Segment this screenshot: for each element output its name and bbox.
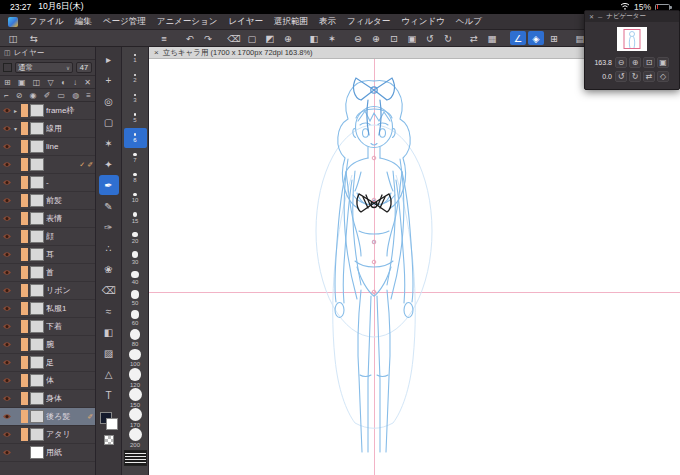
lock-icon[interactable]: ⊘ bbox=[16, 91, 23, 100]
menu-item-5[interactable]: レイヤー bbox=[228, 16, 263, 28]
brush-size-item[interactable]: 6 bbox=[124, 128, 147, 148]
layer-visibility-eye-icon[interactable] bbox=[2, 341, 12, 348]
brush-size-item[interactable]: 5 bbox=[124, 108, 147, 128]
layer-row[interactable]: 耳 bbox=[0, 246, 95, 264]
zoom-out-icon[interactable]: ⊖ bbox=[615, 57, 627, 68]
layer-label-color-swatch[interactable] bbox=[3, 63, 12, 72]
eraser-tool[interactable]: ⌫ bbox=[99, 280, 119, 300]
layer-visibility-eye-icon[interactable] bbox=[2, 251, 12, 258]
zoom-in-icon[interactable]: ⊕ bbox=[629, 57, 641, 68]
brush-size-item[interactable]: 10 bbox=[124, 188, 147, 208]
onion-skin-icon[interactable]: ◍ bbox=[72, 91, 79, 100]
wand-icon[interactable]: ✶ bbox=[324, 31, 340, 45]
collapse-palettes-icon[interactable]: ◫ bbox=[5, 31, 21, 45]
new-folder-icon[interactable]: ▣ bbox=[18, 78, 26, 87]
layer-row[interactable]: 下着 bbox=[0, 318, 95, 336]
folder-arrow-icon[interactable]: ▾ bbox=[14, 125, 19, 132]
redo-icon[interactable]: ↷ bbox=[200, 31, 216, 45]
brush-size-item[interactable]: 50 bbox=[124, 288, 147, 308]
zoom-out-icon[interactable]: ⊖ bbox=[350, 31, 366, 45]
hamburger-menu-icon[interactable]: ≡ bbox=[156, 31, 172, 45]
menu-item-7[interactable]: 表示 bbox=[319, 16, 336, 28]
blend-tool[interactable]: ≈ bbox=[99, 301, 119, 321]
ruler-icon[interactable]: ▭ bbox=[58, 91, 66, 100]
new-layer-icon[interactable]: ⊞ bbox=[4, 78, 11, 87]
layer-visibility-eye-icon[interactable] bbox=[2, 449, 12, 456]
folder-arrow-icon[interactable]: ▸ bbox=[14, 107, 19, 114]
layer-row[interactable]: ✓✐ bbox=[0, 156, 95, 174]
menu-item-10[interactable]: ヘルプ bbox=[456, 16, 482, 28]
decoration-tool[interactable]: ❀ bbox=[99, 259, 119, 279]
clear-icon[interactable]: ⌫ bbox=[226, 31, 242, 45]
brush-size-item[interactable]: 20 bbox=[124, 228, 147, 248]
airbrush-tool[interactable]: ∴ bbox=[99, 238, 119, 258]
layer-row[interactable]: 首 bbox=[0, 264, 95, 282]
layer-visibility-eye-icon[interactable] bbox=[2, 107, 12, 114]
canvas[interactable] bbox=[149, 59, 680, 475]
gradient-tool[interactable]: ▨ bbox=[99, 343, 119, 363]
brush-size-item[interactable]: 2 bbox=[124, 68, 147, 88]
figure-tool[interactable]: △ bbox=[99, 364, 119, 384]
fill-tool[interactable]: ◧ bbox=[99, 322, 119, 342]
layer-row[interactable]: - bbox=[0, 174, 95, 192]
selection-tool[interactable]: ▢ bbox=[99, 112, 119, 132]
brush-size-item[interactable]: 80 bbox=[124, 328, 147, 348]
menu-item-1[interactable]: ファイル bbox=[29, 16, 64, 28]
layer-visibility-eye-icon[interactable] bbox=[2, 413, 12, 420]
layer-row[interactable]: 前髪 bbox=[0, 192, 95, 210]
layer-row[interactable]: 足 bbox=[0, 354, 95, 372]
layer-row[interactable]: ▸frame枠 bbox=[0, 102, 95, 120]
close-tab-icon[interactable]: × bbox=[154, 48, 159, 58]
deselect-icon[interactable]: ▢ bbox=[244, 31, 260, 45]
rotate-ccw-icon[interactable]: ↺ bbox=[615, 71, 627, 82]
brush-tool[interactable]: ✑ bbox=[99, 217, 119, 237]
brush-size-item[interactable]: 200 bbox=[124, 428, 147, 448]
draft-icon[interactable]: ✐ bbox=[44, 91, 51, 100]
layer-visibility-eye-icon[interactable] bbox=[2, 179, 12, 186]
snap-grid-icon[interactable]: ⊞ bbox=[546, 31, 562, 45]
menu-item-3[interactable]: ページ管理 bbox=[103, 16, 146, 28]
layer-row[interactable]: 私服1 bbox=[0, 300, 95, 318]
pen-tool[interactable]: ✒ bbox=[99, 175, 119, 195]
clip-studio-logo-icon[interactable] bbox=[8, 17, 18, 27]
eyedropper-tool[interactable]: ✦ bbox=[99, 154, 119, 174]
layer-row[interactable]: 表情 bbox=[0, 210, 95, 228]
zoom-in-icon[interactable]: ⊕ bbox=[368, 31, 384, 45]
layer-row[interactable]: 用紙 bbox=[0, 444, 95, 462]
reset-rotation-icon[interactable]: ◇ bbox=[657, 71, 669, 82]
transfer-icon[interactable]: ↓ bbox=[73, 78, 77, 87]
layer-row[interactable]: リボン bbox=[0, 282, 95, 300]
brush-size-item[interactable]: 30 bbox=[124, 248, 147, 268]
brush-size-item[interactable]: 1 bbox=[124, 48, 147, 68]
expand-selection-icon[interactable]: ⊕ bbox=[280, 31, 296, 45]
fill-icon[interactable]: ◧ bbox=[306, 31, 322, 45]
move-tool[interactable]: + bbox=[99, 70, 119, 90]
layer-visibility-eye-icon[interactable] bbox=[2, 377, 12, 384]
brush-size-item[interactable]: 170 bbox=[124, 408, 147, 428]
menu-item-4[interactable]: アニメーション bbox=[157, 16, 218, 28]
layer-visibility-eye-icon[interactable] bbox=[2, 197, 12, 204]
layer-visibility-eye-icon[interactable] bbox=[2, 395, 12, 402]
snap-ruler-icon[interactable]: ∠ bbox=[510, 31, 526, 45]
close-icon[interactable]: ✕ bbox=[589, 13, 594, 20]
brush-size-item[interactable]: 60 bbox=[124, 308, 147, 328]
brush-size-item[interactable]: 150 bbox=[124, 388, 147, 408]
rotate-right-icon[interactable]: ↻ bbox=[440, 31, 456, 45]
layer-opacity-value[interactable]: 47 bbox=[76, 62, 92, 73]
auto-select-tool[interactable]: ✶ bbox=[99, 133, 119, 153]
rotate-left-icon[interactable]: ↺ bbox=[422, 31, 438, 45]
snap-special-ruler-icon[interactable]: ◈ bbox=[528, 31, 544, 45]
layer-visibility-eye-icon[interactable] bbox=[2, 215, 12, 222]
minimize-icon[interactable]: ─ bbox=[598, 14, 602, 20]
rotate-cw-icon[interactable]: ↻ bbox=[629, 71, 641, 82]
zoom-100-icon[interactable]: ▣ bbox=[657, 57, 669, 68]
layer-visibility-eye-icon[interactable] bbox=[2, 233, 12, 240]
flip-horizontal-icon[interactable]: ⇄ bbox=[466, 31, 482, 45]
clip-icon[interactable]: ⌐ bbox=[4, 91, 9, 100]
brush-size-item[interactable]: 100 bbox=[124, 348, 147, 368]
switch-workspace-icon[interactable]: ⇆ bbox=[26, 31, 42, 45]
menu-item-9[interactable]: ウィンドウ bbox=[401, 16, 445, 28]
layer-row[interactable]: line bbox=[0, 138, 95, 156]
lock-alpha-icon[interactable]: ◉ bbox=[30, 91, 37, 100]
mask-icon[interactable]: ◐ bbox=[61, 78, 66, 87]
